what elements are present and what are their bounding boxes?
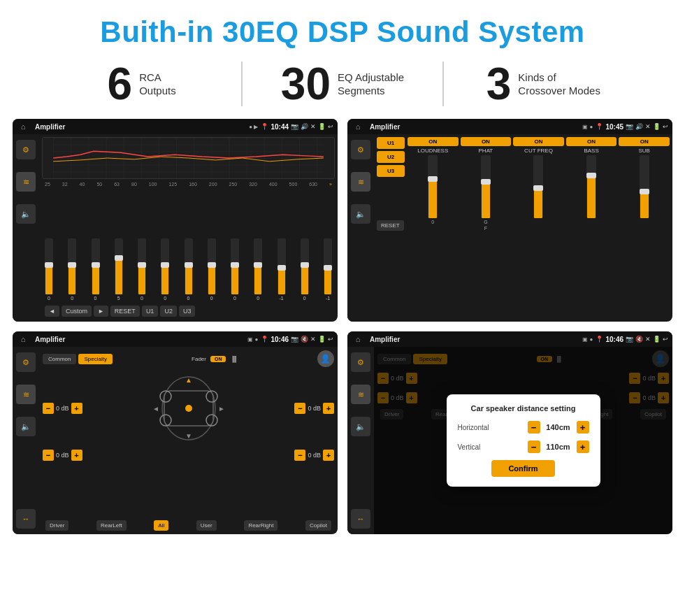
stat-rca-number: 6 bbox=[108, 62, 133, 106]
eq-slider-12: -1 bbox=[324, 238, 332, 301]
rearright-btn[interactable]: RearRight bbox=[244, 520, 277, 531]
screen-fader: ⌂ Amplifier ▣ ● 📍 10:46 📷 🔇 ✕ 🔋 ↩ ⚙ ≋ 🔈 … bbox=[13, 331, 338, 534]
channel-loudness: ON LOUDNESS 0 bbox=[408, 137, 459, 231]
stat-crossover-number: 3 bbox=[486, 62, 512, 106]
eq-left-panel: ⚙ ≋ 🔈 bbox=[13, 134, 39, 322]
dist-filter-icon[interactable]: ⚙ bbox=[351, 352, 370, 372]
cutfreq-slider[interactable] bbox=[533, 155, 543, 218]
eq-play-btn[interactable]: ► bbox=[94, 306, 108, 317]
all-btn[interactable]: All bbox=[154, 520, 168, 531]
eq-u3-btn[interactable]: U3 bbox=[179, 306, 196, 317]
location-icon-3: 📍 bbox=[261, 336, 268, 343]
home-icon-2[interactable]: ⌂ bbox=[352, 120, 364, 133]
arrow-right-icon[interactable]: » bbox=[329, 182, 332, 187]
cross-reset-btn[interactable]: RESET bbox=[377, 220, 404, 231]
eq-slider-6: 0 bbox=[185, 238, 193, 301]
eq-wave-icon[interactable]: ≋ bbox=[16, 172, 36, 192]
home-icon-4[interactable]: ⌂ bbox=[352, 333, 364, 345]
x-icon-4: ✕ bbox=[645, 336, 651, 343]
dist-arrows-icon[interactable]: ↔ bbox=[351, 509, 370, 529]
eq-curve-svg bbox=[43, 138, 334, 178]
car-diagram-center: ▲ ▼ ◄ ► bbox=[85, 370, 292, 447]
bass-header: ON bbox=[566, 137, 617, 146]
phat-slider[interactable] bbox=[481, 155, 491, 218]
home-icon-1[interactable]: ⌂ bbox=[17, 120, 29, 133]
time-1: 10:44 bbox=[271, 123, 289, 131]
fader-speaker-icon[interactable]: 🔈 bbox=[16, 417, 36, 436]
back-icon-4[interactable]: ↩ bbox=[663, 336, 668, 343]
time-3: 10:46 bbox=[271, 336, 289, 343]
user-btn[interactable]: User bbox=[196, 520, 217, 531]
eq-speaker-icon[interactable]: 🔈 bbox=[16, 204, 36, 224]
fader-tab-common[interactable]: Common bbox=[43, 354, 76, 364]
left-rear-plus[interactable]: + bbox=[71, 450, 82, 461]
status-bar-1: ⌂ Amplifier ● ▶ 📍 10:44 📷 🔊 ✕ 🔋 ↩ bbox=[13, 119, 338, 134]
eq-prev-btn[interactable]: ◄ bbox=[45, 306, 59, 317]
fader-left-panel: ⚙ ≋ 🔈 ↔ bbox=[13, 347, 39, 534]
right-rear-minus[interactable]: − bbox=[294, 450, 305, 461]
fader-toggle[interactable]: ON bbox=[210, 356, 226, 362]
driver-btn[interactable]: Driver bbox=[45, 520, 68, 531]
left-front-plus[interactable]: + bbox=[71, 403, 82, 414]
sub-slider[interactable] bbox=[640, 155, 649, 218]
fader-main-panel: Common Specialty Fader ON ▐▌ 👤 − bbox=[39, 347, 338, 534]
eq-filter-icon[interactable]: ⚙ bbox=[16, 140, 36, 159]
phat-header: ON bbox=[461, 137, 512, 146]
horizontal-value: 140cm bbox=[545, 423, 572, 431]
eq-custom-btn[interactable]: Custom bbox=[62, 306, 92, 317]
cross-speaker-icon[interactable]: 🔈 bbox=[351, 204, 370, 224]
right-front-minus[interactable]: − bbox=[294, 403, 305, 414]
fader-tab-specialty[interactable]: Specialty bbox=[78, 354, 112, 364]
cross-wave-icon[interactable]: ≋ bbox=[351, 172, 370, 192]
back-icon-3[interactable]: ↩ bbox=[328, 336, 333, 343]
home-icon-3[interactable]: ⌂ bbox=[17, 333, 29, 345]
eq-slider-9: 0 bbox=[254, 238, 262, 301]
fader-controls: Fader ON ▐▌ bbox=[192, 356, 238, 362]
back-icon-1[interactable]: ↩ bbox=[328, 123, 333, 130]
dist-wave-icon[interactable]: ≋ bbox=[351, 385, 370, 404]
vertical-minus-btn[interactable]: − bbox=[528, 440, 540, 453]
fader-filter-icon[interactable]: ⚙ bbox=[16, 352, 36, 372]
left-front-minus[interactable]: − bbox=[43, 403, 54, 414]
right-rear-plus[interactable]: + bbox=[323, 450, 334, 461]
horizontal-control: − 140cm + bbox=[528, 421, 589, 434]
cross-filter-icon[interactable]: ⚙ bbox=[351, 140, 370, 159]
confirm-button[interactable]: Confirm bbox=[491, 460, 554, 477]
eq-slider-5: 0 bbox=[161, 238, 169, 301]
battery-icon-4: 🔋 bbox=[653, 336, 661, 343]
horizontal-minus-btn[interactable]: − bbox=[528, 421, 540, 434]
svg-text:►: ► bbox=[218, 405, 225, 413]
rearleft-btn[interactable]: RearLeft bbox=[96, 520, 127, 531]
fader-row-top: − 0 dB + bbox=[43, 370, 334, 447]
left-rear-minus[interactable]: − bbox=[43, 450, 54, 461]
fader-bottom-labels: Driver RearLeft All User RearRight Copil… bbox=[43, 520, 334, 531]
preset-u1-btn[interactable]: U1 bbox=[377, 137, 405, 149]
dist-content: ⚙ ≋ 🔈 ↔ Common Specialty ON ▐▌ 👤 bbox=[347, 347, 672, 534]
stat-rca: 6 RCAOutputs bbox=[42, 62, 243, 106]
vertical-plus-btn[interactable]: + bbox=[577, 440, 589, 453]
eq-u2-btn[interactable]: U2 bbox=[160, 306, 177, 317]
copilot-btn[interactable]: Copilot bbox=[305, 520, 331, 531]
bass-slider[interactable] bbox=[586, 155, 596, 218]
app-title-3: Amplifier bbox=[35, 336, 245, 343]
x-icon-2: ✕ bbox=[645, 123, 651, 130]
fader-content: ⚙ ≋ 🔈 ↔ Common Specialty Fader ON ▐▌ � bbox=[13, 347, 338, 534]
preset-u2-btn[interactable]: U2 bbox=[377, 151, 405, 163]
fader-wave-icon[interactable]: ≋ bbox=[16, 385, 36, 404]
dist-speaker-icon[interactable]: 🔈 bbox=[351, 417, 370, 436]
right-front-value: 0 dB bbox=[308, 405, 321, 412]
eq-reset-btn[interactable]: RESET bbox=[110, 306, 140, 317]
horizontal-plus-btn[interactable]: + bbox=[577, 421, 589, 434]
fader-avatar-icon[interactable]: 👤 bbox=[317, 350, 334, 367]
svg-point-7 bbox=[185, 405, 192, 412]
eq-u1-btn[interactable]: U1 bbox=[142, 306, 159, 317]
app-title-1: Amplifier bbox=[35, 123, 246, 131]
fader-arrows-icon[interactable]: ↔ bbox=[16, 509, 36, 529]
camera-icon-4: 📷 bbox=[626, 336, 633, 343]
preset-u3-btn[interactable]: U3 bbox=[377, 165, 405, 177]
right-front-plus[interactable]: + bbox=[323, 403, 334, 414]
back-icon-2[interactable]: ↩ bbox=[663, 123, 668, 130]
fader-tabs: Common Specialty bbox=[43, 354, 113, 364]
fader-slider-icon[interactable]: ▐▌ bbox=[230, 356, 238, 362]
loudness-slider[interactable] bbox=[428, 155, 438, 218]
